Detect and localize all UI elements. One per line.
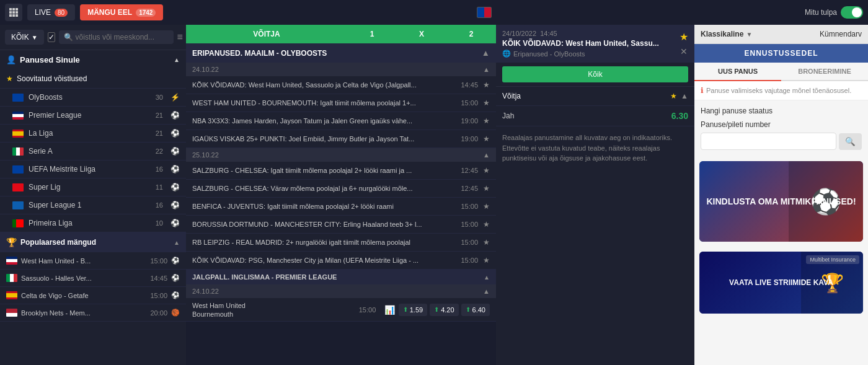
grid-icon[interactable]: [5, 4, 22, 21]
star-icon[interactable]: ★: [483, 238, 490, 247]
chevron-up-icon[interactable]: ▲: [174, 56, 180, 63]
popular-item-westham[interactable]: West Ham United - B... 15:00 ⚽: [0, 252, 186, 270]
date-label: 25.10.22: [192, 151, 219, 159]
bet-item-2[interactable]: WEST HAM UNITED - BOURNEMOUTH: Igalt tii…: [186, 94, 496, 112]
chevron-down-icon[interactable]: ▼: [746, 31, 752, 38]
live-count: 80: [55, 9, 68, 17]
menu-icon[interactable]: ≡: [177, 32, 183, 43]
eripanused-header[interactable]: ERIPANUSED. MAAILM - OLYBOOSTS ▲: [186, 43, 496, 63]
match-panel-title: KÕIK VÕIDAVAD: West Ham United, Sassu...: [502, 39, 659, 48]
flag-pt-icon: [12, 219, 24, 227]
svg-rect-3: [9, 11, 12, 14]
jah-row[interactable]: Jah 6.30: [496, 106, 694, 126]
star-icon[interactable]: ★: [483, 81, 490, 89]
popular-item-celta[interactable]: Celta de Vigo - Getafe 15:00 ⚽: [0, 287, 186, 304]
star-icon[interactable]: ★: [670, 92, 677, 100]
tab-broneerimine[interactable]: BRONEERIMINE: [781, 63, 868, 80]
bet-item-1[interactable]: KÕIK VÕIDAVAD: West Ham United, Sassuolo…: [186, 76, 496, 94]
flag-gb-icon: [12, 112, 24, 120]
svg-rect-0: [9, 8, 12, 11]
mitu-tulpa-toggle: Mitu tulpa: [805, 6, 863, 19]
odds-btn-1[interactable]: ⬆ 1.59: [399, 304, 427, 316]
soovitatud-item[interactable]: ★ Soovitatud võistlused: [0, 69, 186, 89]
close-icon[interactable]: ✕: [680, 46, 688, 56]
match-panel-datetime: 24/10/2022 14:45: [502, 30, 659, 37]
chevron-up-icon[interactable]: ▲: [681, 92, 688, 100]
match-detail-panel: 24/10/2022 14:45 KÕIK VÕIDAVAD: West Ham…: [496, 25, 694, 365]
date-group-3: 24.10.22 ▲: [186, 284, 496, 298]
section-title: JALGPALL. INGLISMAA - PREMIER LEAGUE: [192, 273, 337, 281]
check-icon[interactable]: ✓: [48, 32, 55, 42]
bet-time: 19:00: [456, 135, 478, 143]
toggle-switch[interactable]: [841, 6, 863, 19]
match-time: 15:00: [359, 306, 381, 314]
odds-up-icon: ⬆: [434, 306, 439, 313]
star-icon[interactable]: ★: [483, 117, 490, 125]
promo-banner-1[interactable]: ⚽ KINDLUSTA OMA MITMIKPANUSED!: [699, 161, 863, 242]
popular-item-time: 15:00: [150, 257, 167, 265]
popular-item-sassuolo[interactable]: Sassuolo - Halles Ver... 14:45 ⚽: [0, 270, 186, 287]
sidebar-item-superlig[interactable]: Super Lig 11 ⚽: [0, 178, 186, 196]
bet-label: BENFICA - JUVENTUS: Igalt tiimilt mõlema…: [192, 203, 451, 210]
star-icon[interactable]: ★: [483, 184, 490, 193]
chevron-down-icon: ▼: [32, 34, 38, 41]
bet-item-3[interactable]: NBA 3X3X3: James Harden, Jayson Tatum ja…: [186, 112, 496, 130]
sidebar-item-superleague[interactable]: Super League 1 16 ⚽: [0, 196, 186, 214]
koik-button[interactable]: Võitja Kõik: [502, 66, 688, 82]
bet-time: 15:00: [456, 221, 478, 228]
sidebar-item-seriea[interactable]: Serie A 22 ⚽: [0, 143, 186, 161]
sidebar-item-primeira[interactable]: Primeira Liga 10 ⚽: [0, 214, 186, 232]
winner-label: VÕITJA: [186, 25, 347, 43]
eripanused-chevron[interactable]: ▲: [482, 48, 490, 58]
sidebar-item-label: Super Lig: [29, 183, 151, 191]
bet-item-9[interactable]: RB LEIPZIG - REAL MADRID: 2+ nurgalööki …: [186, 234, 496, 252]
search-input[interactable]: [76, 33, 169, 42]
sidebar-item-count: 16: [156, 165, 163, 173]
sidebar-item-premier[interactable]: Premier League 21 ⚽: [0, 107, 186, 125]
bet-item-4[interactable]: IGAÜKS VISKAB 25+ PUNKTI: Joel Embiid, J…: [186, 130, 496, 148]
chevron-icon: ▲: [484, 274, 490, 281]
bet-item-8[interactable]: BORUSSIA DORTMUND - MANCHESTER CITY: Erl…: [186, 216, 496, 234]
date-group-2: 25.10.22 ▲: [186, 148, 496, 162]
odds-btn-2[interactable]: ⬆ 6.40: [461, 304, 490, 316]
center-panel: VÕITJA 1 X 2 ERIPANUSED. MAAILM - OLYBOO…: [186, 25, 496, 365]
panuse-info-text: Panuse valimiseks vajutage mõnel tõenäos…: [706, 87, 851, 94]
bet-item-5[interactable]: SALZBURG - CHELSEA: Igalt tiimilt mõlema…: [186, 162, 496, 180]
sidebar-item-count: 21: [156, 112, 163, 119]
bet-item-7[interactable]: BENFICA - JUVENTUS: Igalt tiimilt mõlema…: [186, 198, 496, 216]
panused-sinule-label: Panused Sinule: [20, 55, 80, 64]
col-x: X: [397, 25, 446, 43]
center-scroll: ERIPANUSED. MAAILM - OLYBOOSTS ▲ 24.10.2…: [186, 43, 496, 365]
star-icon[interactable]: ★: [483, 99, 490, 107]
bet-item-10[interactable]: KÕIK VÕIDAVAD: PSG, Manchester City ja M…: [186, 252, 496, 270]
populaarsed-header[interactable]: 🏆 Populaarsed mängud ▲: [0, 232, 186, 252]
search-button[interactable]: 🔍: [839, 133, 862, 150]
star-icon[interactable]: ★: [483, 134, 490, 143]
klassik-label: Klassikaline: [701, 30, 743, 38]
bet-item-6[interactable]: SALZBURG - CHELSEA: Värav mõlema poolaja…: [186, 180, 496, 198]
star-icon[interactable]: ★: [483, 256, 490, 265]
panuse-label: Panuse/pileti number: [701, 120, 862, 129]
mangueel-button[interactable]: MÄNGU EEL 1742: [80, 4, 163, 20]
jalgpall-section-header[interactable]: JALGPALL. INGLISMAA - PREMIER LEAGUE ▲: [186, 270, 496, 284]
stats-icon[interactable]: 📊: [384, 305, 395, 315]
promo-banner-2[interactable]: Multibet Insurance 🏆 VAATA LIVE STRIIMID…: [699, 252, 863, 314]
star-icon[interactable]: ★: [483, 220, 490, 229]
popular-item-time: 15:00: [150, 292, 167, 299]
star-icon[interactable]: ★: [483, 166, 490, 175]
sidebar-item-label: Serie A: [29, 147, 151, 156]
star-icon[interactable]: ★: [680, 31, 688, 43]
sidebar-item-olyboosts[interactable]: OlyBoosts 30 ⚡: [0, 89, 186, 107]
tab-uus-panus[interactable]: UUS PANUS: [694, 63, 781, 81]
panuse-input[interactable]: [701, 133, 836, 150]
populaarsed-label: Populaarsed mängud: [20, 238, 96, 247]
odds-btn-x[interactable]: ⬆ 4.20: [430, 304, 458, 316]
match-row-westham: West Ham United Bournemouth 15:00 📊 ⬆ 1.…: [186, 298, 496, 322]
koik-button[interactable]: KÕIK ▼: [5, 30, 44, 45]
popular-item-brooklyn[interactable]: Brooklyn Nets - Mem... 20:00 🏀: [0, 304, 186, 322]
sidebar-item-laliga[interactable]: La Liga 21 ⚽: [0, 125, 186, 143]
star-icon[interactable]: ★: [483, 202, 490, 211]
sidebar-item-uefa[interactable]: UEFA Meistrite Liiga 16 ⚽: [0, 161, 186, 178]
kumnendarv-label: Kümnendarv: [820, 30, 862, 38]
live-button[interactable]: LIVE 80: [27, 4, 75, 20]
